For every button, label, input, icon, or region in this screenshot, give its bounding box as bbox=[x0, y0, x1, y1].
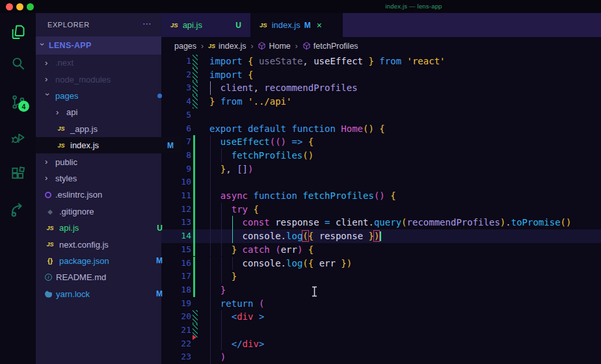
js-file-icon: JS bbox=[260, 21, 267, 29]
code-editor[interactable]: 1import { useState, useEffect } from 're… bbox=[161, 55, 601, 364]
code-line-17[interactable]: 17 } bbox=[161, 270, 601, 283]
js-file-icon: JS bbox=[45, 241, 55, 248]
git-status-badge: U bbox=[157, 224, 163, 233]
code-line-19[interactable]: 19 return ( bbox=[161, 297, 601, 311]
git-status-badge: M bbox=[156, 256, 163, 265]
code-line-5[interactable]: 5 bbox=[161, 109, 601, 122]
js-file-icon: JS bbox=[56, 125, 66, 132]
explorer-more-actions-icon[interactable]: ⋯ bbox=[142, 18, 152, 29]
tree-item-node-modules[interactable]: ›node_modules bbox=[36, 71, 170, 87]
git-gutter-mod bbox=[193, 95, 199, 109]
code-line-8[interactable]: 8 fetchProfiles() bbox=[161, 149, 601, 162]
tab-label: api.js bbox=[183, 20, 202, 30]
tree-item--eslintrc-json[interactable]: .eslintrc.json bbox=[36, 187, 170, 203]
explorer-icon[interactable] bbox=[0, 17, 36, 48]
close-window-button[interactable] bbox=[6, 3, 13, 10]
yarn-icon bbox=[45, 291, 52, 298]
code-line-2[interactable]: 2import { bbox=[161, 68, 601, 82]
tab-api-js[interactable]: JS api.js U bbox=[161, 13, 250, 37]
chevron-right-icon: › bbox=[45, 76, 51, 83]
breadcrumb-item-home[interactable]: Home bbox=[258, 42, 290, 51]
active-indent-guide bbox=[210, 81, 211, 95]
indent-guide bbox=[210, 189, 211, 203]
breadcrumb-item-file[interactable]: JS index.js bbox=[208, 42, 246, 51]
code-line-6[interactable]: 6export default function Home() { bbox=[161, 122, 601, 136]
indent-guide bbox=[221, 324, 222, 337]
git-gutter-mod bbox=[193, 68, 199, 82]
close-tab-icon[interactable]: × bbox=[317, 21, 322, 30]
code-text: export default function Home() { bbox=[199, 122, 601, 136]
code-text: } bbox=[199, 270, 601, 283]
code-text: try { bbox=[199, 203, 601, 216]
code-line-12[interactable]: 12 try { bbox=[161, 203, 601, 216]
share-icon[interactable] bbox=[0, 194, 36, 225]
indent-guide bbox=[221, 203, 222, 216]
code-line-18[interactable]: 18 } bbox=[161, 283, 601, 297]
tree-item--app-js[interactable]: JS_app.js bbox=[36, 121, 181, 137]
git-gutter-add bbox=[193, 229, 199, 243]
code-line-20[interactable]: 20 <div > bbox=[161, 310, 601, 324]
indent-guide bbox=[210, 350, 211, 364]
tree-item-api-js[interactable]: JSapi.jsU bbox=[36, 220, 170, 236]
chevron-right-icon: › bbox=[45, 159, 51, 165]
git-gutter-add bbox=[193, 176, 199, 189]
code-line-22[interactable]: 22 </div> bbox=[161, 337, 601, 351]
git-gutter-mod bbox=[193, 81, 199, 95]
code-text: console.log({ response }) bbox=[199, 229, 601, 243]
tree-item-api[interactable]: ›api bbox=[36, 104, 181, 120]
tree-item-public[interactable]: ›public bbox=[36, 153, 170, 170]
code-line-15[interactable]: 15 } catch (err) { bbox=[161, 243, 601, 257]
code-text: const response = client.query(recommendP… bbox=[199, 216, 601, 229]
line-number: 23 bbox=[161, 350, 191, 364]
indent-guide bbox=[210, 162, 211, 176]
run-and-debug-icon[interactable] bbox=[0, 122, 36, 153]
tree-item-index-js[interactable]: JSindex.jsM bbox=[36, 137, 181, 153]
code-line-1[interactable]: 1import { useState, useEffect } from 're… bbox=[161, 55, 601, 68]
code-text: client, recommendProfiles bbox=[199, 81, 601, 95]
code-text: } catch (err) { bbox=[199, 243, 601, 257]
tree-item-styles[interactable]: ›styles bbox=[36, 170, 170, 187]
workspace-root-row[interactable]: › LENS-APP bbox=[36, 36, 161, 55]
indent-guide bbox=[210, 229, 211, 243]
breadcrumb-separator: › bbox=[250, 42, 253, 51]
tree-item-label: public bbox=[55, 157, 77, 167]
code-line-14[interactable]: 14 console.log({ response }) bbox=[161, 229, 601, 243]
tree-item-next-config-js[interactable]: JSnext.config.js bbox=[36, 236, 170, 252]
maximize-window-button[interactable] bbox=[27, 3, 34, 10]
tree-item-yarn-lock[interactable]: yarn.lockM bbox=[36, 286, 170, 302]
extensions-icon[interactable] bbox=[0, 159, 36, 190]
symbol-cube-icon bbox=[302, 42, 311, 50]
code-line-21[interactable]: 21 bbox=[161, 324, 601, 337]
minimize-window-button[interactable] bbox=[16, 3, 23, 10]
tab-bar: JS api.js U JS index.js M × bbox=[161, 13, 601, 37]
code-text bbox=[199, 109, 601, 122]
tab-label: index.js bbox=[272, 20, 300, 30]
code-line-7[interactable]: 7 useEffect(() => { bbox=[161, 135, 601, 149]
source-control-icon[interactable]: 4 bbox=[0, 86, 36, 118]
tree-item--gitignore[interactable]: ◆.gitignore bbox=[36, 203, 170, 220]
breadcrumb-item-pages[interactable]: pages bbox=[174, 42, 196, 51]
code-text: console.log({ err }) bbox=[199, 257, 601, 270]
breadcrumb-item-fetchprofiles[interactable]: fetchProfiles bbox=[302, 42, 358, 51]
code-line-13[interactable]: 13 const response = client.query(recomme… bbox=[161, 216, 601, 229]
tree-item-readme-md[interactable]: iREADME.md bbox=[36, 269, 170, 285]
code-line-10[interactable]: 10 bbox=[161, 176, 601, 189]
code-line-4[interactable]: 4} from '../api' bbox=[161, 95, 601, 109]
title-bar: index.js — lens-app bbox=[0, 0, 601, 13]
active-indent-guide bbox=[232, 229, 233, 243]
tab-index-js[interactable]: JS index.js M × bbox=[250, 13, 343, 37]
tree-item-package-json[interactable]: {}package.jsonM bbox=[36, 253, 170, 269]
tree-item-pages[interactable]: ›pages bbox=[36, 88, 170, 104]
tree-item--next[interactable]: ›.next bbox=[36, 55, 170, 71]
active-indent-guide bbox=[232, 216, 233, 229]
code-line-23[interactable]: 23 ) bbox=[161, 350, 601, 364]
code-line-11[interactable]: 11 async function fetchProfiles() { bbox=[161, 189, 601, 203]
indent-guide bbox=[210, 176, 211, 189]
search-icon[interactable] bbox=[0, 48, 36, 79]
tree-item-label: _app.js bbox=[70, 124, 98, 134]
code-line-9[interactable]: 9 }, []) bbox=[161, 162, 601, 176]
indent-guide bbox=[210, 257, 211, 270]
explorer-header: EXPLORER ⋯ bbox=[36, 13, 161, 36]
code-line-16[interactable]: 16 console.log({ err }) bbox=[161, 257, 601, 270]
code-line-3[interactable]: 3 client, recommendProfiles bbox=[161, 81, 601, 95]
